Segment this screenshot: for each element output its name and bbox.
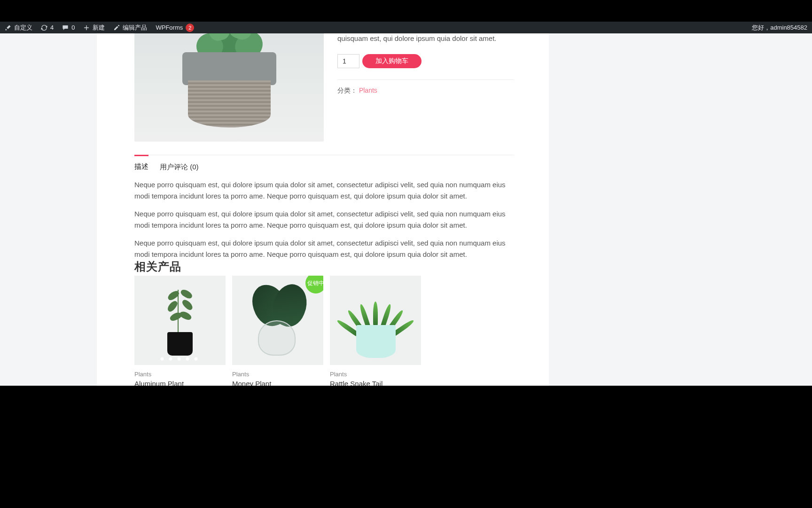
letterbox-top [0,0,812,22]
description-paragraph: Neque porro quisquam est, qui dolore ips… [134,238,514,260]
wp-admin-bar: 自定义 4 0 新建 编辑产品 WPForms 2 您好，admin854582 [0,22,812,33]
add-to-cart-button[interactable]: 加入购物车 [362,54,422,68]
related-product-image[interactable]: 促销中 [232,276,323,365]
related-product-card[interactable]: Plants Aluminum Plant [134,276,226,386]
letterbox-bottom [0,386,812,508]
related-product-category: Plants [232,371,323,378]
adminbar-new-label: 新建 [93,24,105,32]
adminbar-edit-product[interactable]: 编辑产品 [113,24,147,32]
product-short-description: quisquam est, qui dolore ipsum quia dolo… [337,33,514,44]
adminbar-updates-count: 4 [50,24,54,31]
adminbar-wpforms-label: WPForms [156,24,183,31]
quantity-input[interactable] [337,54,359,68]
adminbar-new[interactable]: 新建 [83,24,105,32]
adminbar-edit-product-label: 编辑产品 [123,24,147,32]
related-product-title[interactable]: Rattle Snake Tail [330,380,421,386]
meta-category-link[interactable]: Plants [359,87,377,94]
description-paragraph: Neque porro quisquam est, qui dolore ips… [134,208,514,231]
adminbar-greeting[interactable]: 您好，admin854582 [752,24,807,32]
product-main-image[interactable] [134,33,324,142]
product-tabs: 描述 用户评论 (0) [134,155,514,176]
description-panel: Neque porro quisquam est, qui dolore ips… [134,179,514,267]
related-heading: 相关产品 [134,259,181,274]
related-product-category: Plants [330,371,421,378]
product-meta: 分类： Plants [337,87,514,95]
related-product-title[interactable]: Aluminum Plant [134,380,226,386]
adminbar-customize[interactable]: 自定义 [5,24,32,32]
tab-reviews[interactable]: 用户评论 (0) [160,155,199,176]
sale-badge: 促销中 [305,276,323,294]
product-illustration [178,43,281,132]
adminbar-customize-label: 自定义 [14,24,32,32]
related-product-image[interactable] [134,276,226,365]
adminbar-updates[interactable]: 4 [41,24,54,31]
tab-description[interactable]: 描述 [134,155,148,176]
related-product-card[interactable]: 促销中 Plants Money Plant [232,276,323,386]
product-page-card: quisquam est, qui dolore ipsum quia dolo… [97,33,549,386]
related-product-card[interactable]: Plants Rattle Snake Tail [330,276,421,386]
related-product-image[interactable] [330,276,421,365]
adminbar-comments[interactable]: 0 [62,24,75,31]
description-paragraph: Neque porro quisquam est, qui dolore ips… [134,179,514,202]
adminbar-comments-count: 0 [71,24,75,31]
meta-category-label: 分类： [337,87,357,94]
summary-divider [337,79,514,80]
adminbar-wpforms-badge: 2 [186,24,194,32]
related-product-category: Plants [134,371,226,378]
related-product-title[interactable]: Money Plant [232,380,323,386]
product-summary: quisquam est, qui dolore ipsum quia dolo… [337,33,514,95]
adminbar-wpforms[interactable]: WPForms 2 [156,24,194,32]
related-products-row: Plants Aluminum Plant 促销中 Plants Money P… [134,276,514,386]
